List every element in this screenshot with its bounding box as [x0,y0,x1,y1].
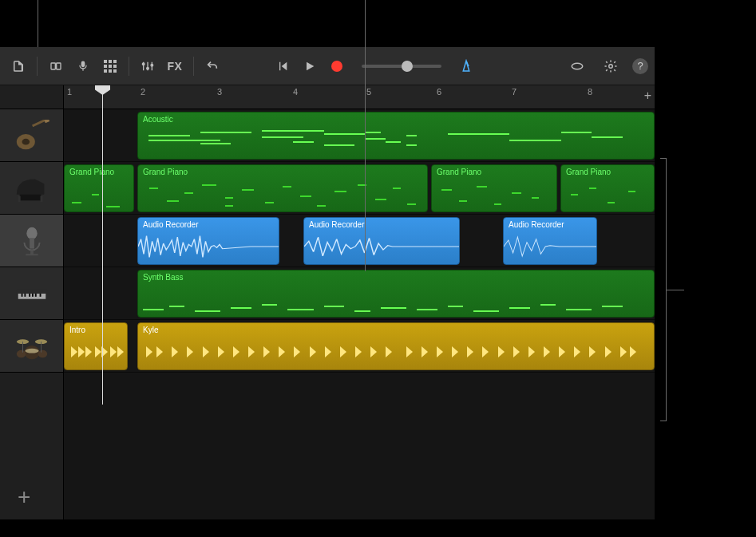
svg-point-15 [147,67,149,69]
svg-point-18 [609,64,613,68]
ruler-mark: 8 [584,85,596,98]
ruler-mark: 1 [64,85,75,98]
svg-point-26 [26,227,37,239]
svg-rect-35 [32,294,34,297]
my-songs-button[interactable] [6,54,30,78]
timeline: 1 2 3 4 5 6 7 8 + Acoustic [64,85,655,519]
ruler[interactable]: 1 2 3 4 5 6 7 8 + [64,85,655,109]
svg-rect-6 [109,65,112,68]
svg-rect-32 [21,294,22,297]
grid-button[interactable] [98,54,122,78]
region-label: Audio Recorder [143,220,274,229]
svg-rect-33 [24,294,26,297]
ruler-mark: 2 [137,85,148,98]
metronome-button[interactable] [454,54,478,78]
track-header-microphone[interactable] [0,215,63,267]
piano-icon [14,172,50,204]
workspace: + 1 2 3 4 5 6 7 8 + Acous [0,85,655,519]
add-song-section-button[interactable]: + [644,89,651,103]
region-label: Audio Recorder [309,220,454,229]
svg-rect-1 [57,63,61,69]
svg-point-40 [16,349,25,357]
callout-line-track-headers [38,0,38,47]
svg-rect-10 [113,69,117,73]
loop-browser-button[interactable] [565,54,589,78]
track-controls-button[interactable] [136,54,160,78]
region-label: Grand Piano [143,168,422,176]
guitar-icon [14,120,50,152]
play-button[interactable] [298,54,322,78]
region-grand-piano[interactable]: Grand Piano [64,164,134,212]
region-audio-recorder[interactable]: Audio Recorder [137,217,279,265]
synth-icon [14,278,50,310]
svg-rect-34 [29,294,30,297]
region-label: Kyle [143,326,649,334]
svg-rect-22 [44,120,49,123]
tracks-area[interactable]: Acoustic [64,109,655,373]
region-label: Synth Bass [143,273,649,282]
track-lane[interactable]: Intro Kyle [64,320,655,373]
region-grand-piano[interactable]: Grand Piano [431,164,557,212]
region-label: Grand Piano [69,168,129,176]
input-button[interactable] [71,54,95,78]
track-lane[interactable]: Acoustic [64,109,655,162]
track-lane[interactable]: Grand Piano Grand Piano [64,162,655,215]
help-button[interactable]: ? [632,58,648,74]
playhead[interactable] [102,85,103,405]
track-header-guitar[interactable] [0,109,63,162]
svg-point-41 [38,349,47,357]
svg-point-20 [22,138,30,144]
svg-rect-8 [104,69,107,73]
track-lane[interactable]: Synth Bass [64,267,655,320]
track-header-piano[interactable] [0,162,63,215]
browser-button[interactable] [44,54,68,78]
svg-point-39 [25,348,38,353]
svg-rect-36 [34,294,36,297]
region-synth-bass[interactable]: Synth Bass [137,270,655,318]
svg-point-16 [151,64,153,66]
region-label: Audio Recorder [509,220,592,229]
region-audio-recorder[interactable]: Audio Recorder [503,217,597,265]
svg-rect-0 [51,63,55,69]
region-grand-piano[interactable]: Grand Piano [560,164,655,212]
region-audio-recorder[interactable]: Audio Recorder [303,217,460,265]
go-to-beginning-button[interactable] [271,54,295,78]
garageband-window: FX ? [0,47,655,519]
track-header-synth[interactable] [0,267,63,320]
svg-rect-9 [109,69,112,73]
undo-button[interactable] [200,54,224,78]
svg-rect-23 [19,194,41,200]
track-header-drums[interactable] [0,320,63,373]
ruler-mark: 6 [433,85,445,98]
callout-line-region [365,0,366,271]
svg-rect-37 [39,294,41,297]
region-intro[interactable]: Intro [64,322,128,370]
record-button[interactable] [325,54,349,78]
svg-point-14 [142,63,144,65]
region-kyle[interactable]: Kyle [137,322,655,370]
svg-rect-4 [113,60,117,63]
svg-rect-7 [113,65,117,68]
add-track-button[interactable]: + [18,484,30,510]
svg-rect-24 [18,195,20,202]
region-label: Grand Piano [566,168,649,176]
svg-rect-5 [104,65,107,68]
region-label: Acoustic [143,115,649,124]
track-lane[interactable]: Audio Recorder Audio Recorder Audio Reco… [64,215,655,267]
region-acoustic[interactable]: Acoustic [137,112,655,160]
fx-button[interactable]: FX [163,54,187,78]
region-label: Grand Piano [437,168,552,176]
ruler-mark: 3 [214,85,225,98]
master-volume-slider[interactable] [362,65,441,68]
callout-bracket-tracks [660,158,667,421]
volume-slider-thumb[interactable] [402,61,413,72]
settings-button[interactable] [599,54,623,78]
region-label: Intro [69,326,122,334]
microphone-icon [14,225,50,257]
region-grand-piano[interactable]: Grand Piano [137,164,428,212]
callout-line-tracks [667,290,684,290]
drums-icon [14,330,50,362]
svg-rect-25 [40,195,42,202]
svg-rect-29 [26,254,38,255]
track-headers-column: + [0,85,64,519]
